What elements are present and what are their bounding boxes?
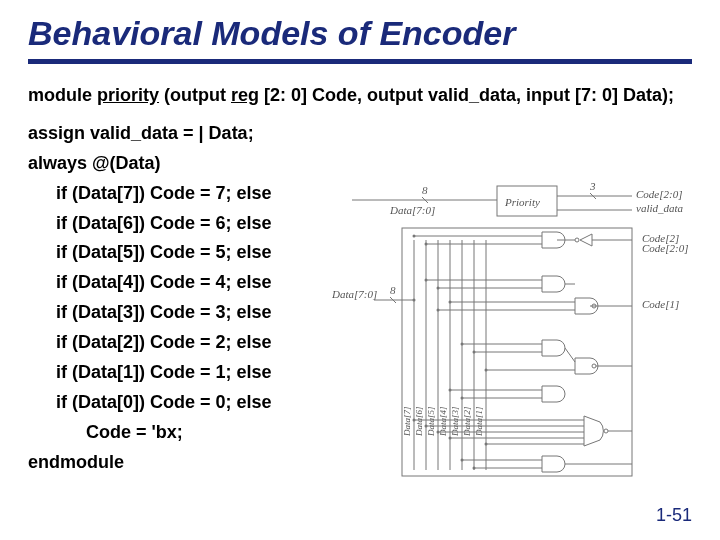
- svg-point-63: [473, 467, 476, 470]
- svg-point-54: [485, 369, 488, 372]
- svg-point-62: [461, 459, 464, 462]
- always-line: always @(Data): [28, 150, 692, 178]
- label-d6: Data[6]: [414, 406, 424, 437]
- label-3: 3: [589, 180, 596, 192]
- svg-point-46: [413, 235, 416, 238]
- decl-mid: (output: [159, 85, 231, 105]
- svg-point-60: [449, 437, 452, 440]
- page-number: 1-51: [656, 505, 692, 526]
- svg-point-64: [413, 299, 416, 302]
- svg-point-58: [425, 425, 428, 428]
- title-rule: [28, 59, 692, 64]
- svg-point-17: [575, 238, 579, 242]
- label-code: Code[2:0]: [636, 188, 682, 200]
- svg-point-59: [437, 431, 440, 434]
- label-data: Data[7:0]: [389, 204, 435, 216]
- circuit-diagram: 8 Data[7:0] Priority 3 Code[2:0] valid_d…: [332, 180, 692, 480]
- svg-point-36: [604, 429, 608, 433]
- svg-point-48: [425, 279, 428, 282]
- module-decl: module priority (output reg [2: 0] Code,…: [28, 82, 692, 110]
- label-code20: Code[2:0]: [642, 242, 688, 254]
- label-priority: Priority: [504, 196, 540, 208]
- label-data-left: Data[7:0]: [332, 288, 377, 300]
- svg-line-32: [565, 348, 575, 362]
- kw-reg: reg: [231, 85, 259, 105]
- svg-point-30: [592, 364, 596, 368]
- svg-point-49: [437, 287, 440, 290]
- svg-point-55: [449, 389, 452, 392]
- label-d5: Data[5]: [426, 406, 436, 437]
- svg-point-47: [425, 243, 428, 246]
- label-valid: valid_data: [636, 202, 684, 214]
- assign-line: assign valid_data = | Data;: [28, 120, 692, 148]
- svg-point-50: [449, 301, 452, 304]
- svg-point-53: [473, 351, 476, 354]
- label-d7: Data[7]: [402, 406, 412, 437]
- decl-rest: [2: 0] Code, output valid_data, input [7…: [259, 85, 674, 105]
- slide-title: Behavioral Models of Encoder: [28, 14, 692, 53]
- svg-point-57: [413, 419, 416, 422]
- svg-point-61: [485, 443, 488, 446]
- svg-point-51: [437, 309, 440, 312]
- module-name: priority: [97, 85, 159, 105]
- label-8: 8: [422, 184, 428, 196]
- kw-module: module: [28, 85, 97, 105]
- svg-point-52: [461, 343, 464, 346]
- svg-point-56: [461, 397, 464, 400]
- label-code1: Code[1]: [642, 298, 679, 310]
- label-8-left: 8: [390, 284, 396, 296]
